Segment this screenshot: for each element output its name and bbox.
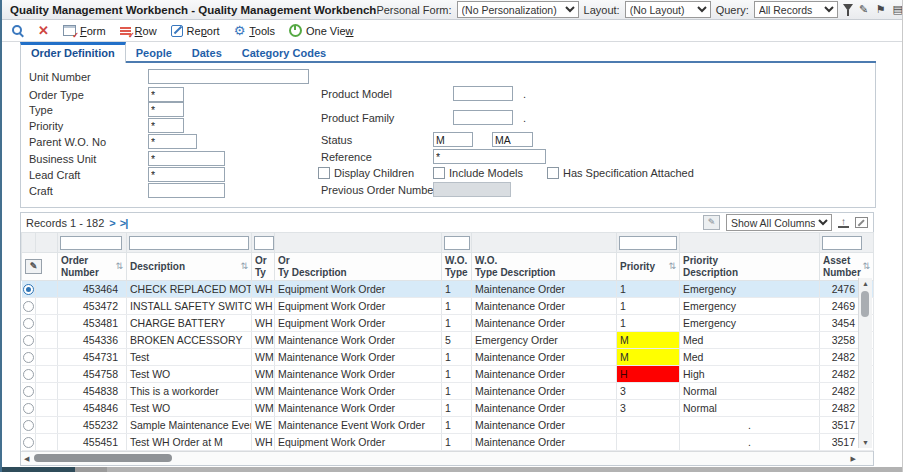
- qbe-or-ty-input[interactable]: [254, 236, 274, 250]
- row-select-cell[interactable]: [22, 332, 36, 349]
- grid-row[interactable]: 455232Sample Maintenance Event WOWEMaint…: [22, 417, 874, 434]
- cell-wo-type[interactable]: 5: [442, 332, 472, 349]
- cell-priority-desc[interactable]: Med: [680, 349, 820, 366]
- cell-priority-desc[interactable]: Emergency: [680, 298, 820, 315]
- cell-or-ty-desc[interactable]: Maintenance Work Order: [275, 383, 442, 400]
- cell-or-ty[interactable]: WH: [252, 298, 275, 315]
- row-radio[interactable]: [23, 352, 34, 363]
- col-header-priority-description[interactable]: PriorityDescription: [680, 253, 820, 281]
- tab-dates[interactable]: Dates: [182, 45, 232, 61]
- row-select-cell[interactable]: [22, 366, 36, 383]
- tools-menu-button[interactable]: ⚙ Tools: [228, 20, 281, 41]
- cell-or-ty[interactable]: WM: [252, 349, 275, 366]
- cell-or-ty-desc[interactable]: Equipment Work Order: [275, 315, 442, 332]
- cell-wo-type[interactable]: 1: [442, 434, 472, 451]
- cell-wo-type-desc[interactable]: Emergency Order: [472, 332, 617, 349]
- cell-order-number[interactable]: 454838: [58, 383, 127, 400]
- col-header-description[interactable]: Description⇅: [127, 253, 252, 281]
- cell-or-ty-desc[interactable]: Maintenance Work Order: [275, 400, 442, 417]
- cell-description[interactable]: Sample Maintenance Event WO: [127, 417, 252, 434]
- form-menu-button[interactable]: Form: [57, 20, 112, 41]
- row-radio[interactable]: [23, 318, 34, 329]
- grid-edit-pencil-icon[interactable]: ✎: [25, 259, 42, 274]
- form-field-order-type[interactable]: [148, 87, 184, 102]
- cell-or-ty-desc[interactable]: Equipment Work Order: [275, 298, 442, 315]
- cell-wo-type[interactable]: 1: [442, 298, 472, 315]
- horizontal-scrollbar[interactable]: ◀ ▶: [21, 451, 873, 465]
- cell-or-ty-desc[interactable]: Maintenance Work Order: [275, 349, 442, 366]
- grid-row[interactable]: 454758Test WOWMMaintenance Work Order1Ma…: [22, 366, 874, 383]
- cell-or-ty-desc[interactable]: Maintenance Event Work Order: [275, 417, 442, 434]
- qbe-priority-input[interactable]: [619, 236, 677, 250]
- horizontal-scroll-thumb[interactable]: [34, 454, 172, 462]
- status-thru-field[interactable]: [492, 132, 533, 147]
- grid-row[interactable]: 453472INSTALL SAFETY SWITCHWHEquipment W…: [22, 298, 874, 315]
- cell-description[interactable]: Test WH Order at M: [127, 434, 252, 451]
- vertical-scrollbar[interactable]: ▲ ▼: [858, 278, 872, 448]
- cell-wo-type[interactable]: 1: [442, 366, 472, 383]
- cell-wo-type[interactable]: 1: [442, 417, 472, 434]
- grid-row[interactable]: 454846Test WOWMMaintenance Work Order1Ma…: [22, 400, 874, 417]
- form-field-unit-number[interactable]: [148, 69, 309, 84]
- cancel-button[interactable]: ✕: [32, 20, 55, 41]
- cell-wo-type-desc[interactable]: Maintenance Order: [472, 383, 617, 400]
- query-select[interactable]: All Records: [754, 1, 838, 18]
- grid-format-icon[interactable]: ✎: [703, 215, 720, 230]
- form-field-parent-w-o-no[interactable]: [148, 134, 197, 149]
- grid-row[interactable]: 455451Test WH Order at MWHEquipment Work…: [22, 434, 874, 451]
- cell-order-number[interactable]: 454758: [58, 366, 127, 383]
- cell-order-number[interactable]: 453464: [58, 281, 127, 298]
- form-field-priority[interactable]: [148, 118, 184, 133]
- cell-or-ty[interactable]: WE: [252, 417, 275, 434]
- row-radio[interactable]: [23, 284, 34, 295]
- cell-wo-type[interactable]: 1: [442, 349, 472, 366]
- cell-wo-type-desc[interactable]: Maintenance Order: [472, 281, 617, 298]
- report-menu-button[interactable]: Report: [165, 20, 226, 41]
- expand-grid-icon[interactable]: [855, 217, 868, 228]
- product-model-field[interactable]: [453, 86, 513, 101]
- cell-order-number[interactable]: 455232: [58, 417, 127, 434]
- col-header-w-o-type[interactable]: W.O.Type: [442, 253, 472, 281]
- export-icon[interactable]: ↑: [838, 217, 849, 228]
- cell-priority-desc[interactable]: .: [680, 417, 820, 434]
- cell-priority-desc[interactable]: Emergency: [680, 281, 820, 298]
- col-header-order-number[interactable]: OrderNumber⇅: [58, 253, 127, 281]
- sort-icon[interactable]: ⇅: [862, 261, 870, 271]
- cell-or-ty-desc[interactable]: Equipment Work Order: [275, 281, 442, 298]
- cell-priority[interactable]: 1: [617, 315, 680, 332]
- status-from-field[interactable]: [433, 132, 473, 147]
- row-select-cell[interactable]: [22, 400, 36, 417]
- cell-or-ty[interactable]: WM: [252, 332, 275, 349]
- cell-priority-desc[interactable]: Normal: [680, 383, 820, 400]
- find-button[interactable]: [6, 20, 30, 41]
- grid-row[interactable]: 453481CHARGE BATTERYWHEquipment Work Ord…: [22, 315, 874, 332]
- row-select-cell[interactable]: [22, 417, 36, 434]
- grid-row[interactable]: 454838This is a workorderWMMaintenance W…: [22, 383, 874, 400]
- grid-row[interactable]: 454336BROKEN ACCESSORYWMMaintenance Work…: [22, 332, 874, 349]
- cell-wo-type-desc[interactable]: Maintenance Order: [472, 315, 617, 332]
- scroll-up-icon[interactable]: ▲: [859, 278, 872, 289]
- cell-or-ty-desc[interactable]: Maintenance Work Order: [275, 332, 442, 349]
- cell-description[interactable]: BROKEN ACCESSORY: [127, 332, 252, 349]
- form-field-lead-craft[interactable]: [148, 167, 225, 182]
- row-radio[interactable]: [23, 335, 34, 346]
- cell-or-ty[interactable]: WH: [252, 315, 275, 332]
- filter-icon[interactable]: [843, 4, 853, 11]
- include-models-checkbox[interactable]: Include Models: [433, 167, 523, 179]
- cell-wo-type-desc[interactable]: Maintenance Order: [472, 349, 617, 366]
- grid-row[interactable]: 454731TestWMMaintenance Work Order1Maint…: [22, 349, 874, 366]
- last-page-icon[interactable]: >|: [120, 217, 128, 229]
- layout-select[interactable]: (No Layout): [625, 1, 711, 18]
- grid-row[interactable]: 453464CHECK REPLACED MOTORWHEquipment Wo…: [22, 281, 874, 298]
- cell-or-ty[interactable]: WM: [252, 366, 275, 383]
- row-select-cell[interactable]: [22, 383, 36, 400]
- row-radio[interactable]: [23, 386, 34, 397]
- row-select-cell[interactable]: [22, 434, 36, 451]
- cell-wo-type[interactable]: 1: [442, 400, 472, 417]
- col-header-or-ty-description[interactable]: OrTy Description: [275, 253, 442, 281]
- row-select-cell[interactable]: [22, 349, 36, 366]
- cell-wo-type-desc[interactable]: Maintenance Order: [472, 434, 617, 451]
- row-select-cell[interactable]: [22, 281, 36, 298]
- cell-order-number[interactable]: 454846: [58, 400, 127, 417]
- row-radio[interactable]: [23, 420, 34, 431]
